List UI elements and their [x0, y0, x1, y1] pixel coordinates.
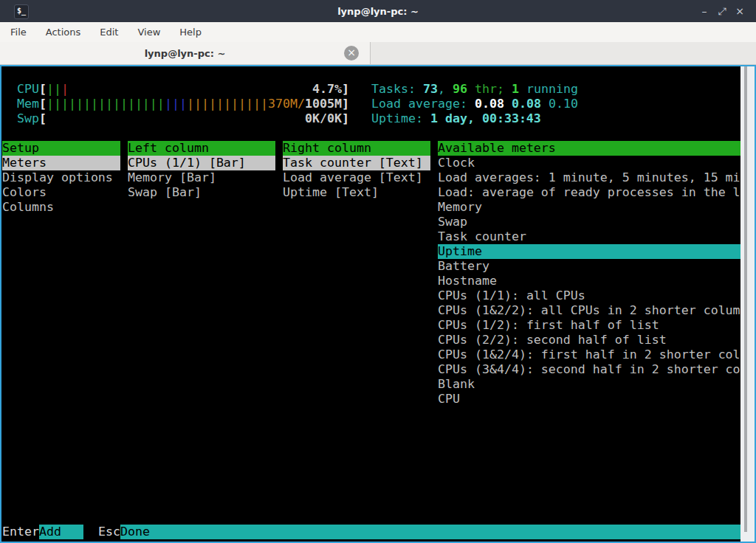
- meter-text: running: [519, 82, 578, 97]
- function-action[interactable]: Add: [39, 525, 83, 539]
- swap-value: 0K/0K: [305, 111, 342, 126]
- cpu-bar-green: ||: [47, 82, 61, 97]
- panel-item[interactable]: Swap [Bar]: [128, 185, 202, 200]
- meter-text: ]: [342, 111, 349, 126]
- mem-meter-label: Mem: [17, 97, 39, 111]
- titlebar[interactable]: $_ lynp@lyn-pc: ~ – ⤢ ×: [0, 0, 756, 22]
- scrollbar-thumb[interactable]: [744, 66, 747, 532]
- menu-item-file[interactable]: File: [1, 27, 36, 38]
- panel-item[interactable]: Task counter [Text]: [283, 156, 430, 170]
- terminal-app-icon: $_: [14, 4, 29, 19]
- tab-label: lynp@lyn-pc: ~: [145, 48, 226, 59]
- running-count: 1: [512, 82, 519, 97]
- tasks-label: Tasks:: [371, 82, 423, 97]
- terminal-tab[interactable]: lynp@lyn-pc: ~ ×: [0, 42, 371, 64]
- window-controls: – ⤢ ×: [695, 0, 749, 22]
- panel-item[interactable]: Meters: [2, 156, 120, 170]
- panel-item[interactable]: CPUs (1/2): first half of list: [438, 318, 659, 333]
- panel-item[interactable]: CPUs (1/1): all CPUs: [438, 288, 585, 303]
- mem-bar-cache: |||||||||||: [187, 97, 268, 111]
- cpu-meter-label: CPU: [17, 82, 39, 97]
- panel-item[interactable]: Memory [Bar]: [128, 170, 216, 185]
- panel-item[interactable]: CPUs (2/2): second half of list: [438, 333, 667, 347]
- panel-item[interactable]: Load average [Text]: [283, 170, 423, 185]
- panel-item[interactable]: CPUs (1&2/4): first half in 2 shorter co…: [438, 347, 740, 362]
- meter-text: [: [39, 111, 47, 126]
- panel-item[interactable]: Display options: [2, 170, 113, 185]
- panel-item[interactable]: Columns: [2, 200, 54, 215]
- mem-used-value: 370M/: [268, 97, 305, 111]
- cpu-bar-red: |: [61, 82, 69, 97]
- swap-meter-label: Swp: [17, 111, 39, 126]
- panel-item[interactable]: Memory: [438, 200, 482, 215]
- menu-item-edit[interactable]: Edit: [90, 27, 128, 38]
- meter-text: ,: [438, 82, 453, 97]
- function-action[interactable]: Done: [120, 525, 740, 539]
- panel-item[interactable]: CPUs (1&2/2): all CPUs in 2 shorter colu…: [438, 303, 740, 318]
- window-title: lynp@lyn-pc: ~: [0, 6, 756, 17]
- menu-item-view[interactable]: View: [128, 27, 170, 38]
- panel-item[interactable]: Task counter: [438, 229, 526, 244]
- tab-close-icon[interactable]: ×: [344, 46, 359, 60]
- menubar: File Actions Edit View Help: [0, 22, 756, 42]
- load-15min: 0.10: [549, 97, 578, 111]
- menu-item-actions[interactable]: Actions: [36, 27, 91, 38]
- panel-item[interactable]: CPUs (1/1) [Bar]: [128, 156, 275, 170]
- panel-item-focused[interactable]: Uptime: [438, 244, 740, 259]
- uptime-label: Uptime:: [371, 111, 430, 126]
- meter-text: ]: [342, 82, 349, 97]
- panel-item[interactable]: Clock: [438, 156, 475, 170]
- menu-item-help[interactable]: Help: [170, 27, 211, 38]
- minimize-icon[interactable]: –: [695, 5, 713, 17]
- htop-setup-screen[interactable]: CPU[|||4.7%]Tasks: 73, 96 thr; 1 running…: [1, 66, 740, 542]
- load-5min: 0.08: [512, 97, 541, 111]
- terminal-area[interactable]: CPU[|||4.7%]Tasks: 73, 96 thr; 1 running…: [0, 65, 756, 543]
- tabbar: lynp@lyn-pc: ~ ×: [0, 42, 756, 65]
- panel-item[interactable]: Load averages: 1 minute, 5 minutes, 15 m…: [438, 170, 740, 185]
- panel-item[interactable]: CPU: [438, 392, 460, 407]
- mem-bar-buffers: |||: [165, 97, 187, 111]
- close-icon[interactable]: ×: [731, 5, 749, 17]
- panel-item[interactable]: Swap: [438, 215, 467, 229]
- threads-count: 96: [453, 82, 467, 97]
- panel-header: Left column: [128, 141, 275, 156]
- panel-header: Right column: [283, 141, 430, 156]
- panel-item[interactable]: Hostname: [438, 274, 497, 288]
- meter-text: ]: [342, 97, 349, 111]
- meter-text: [: [39, 97, 47, 111]
- panel-item[interactable]: Colors: [2, 185, 47, 200]
- panel-item[interactable]: Uptime [Text]: [283, 185, 379, 200]
- function-key[interactable]: Enter: [2, 525, 39, 539]
- cpu-meter-value: 4.7%: [312, 82, 342, 97]
- tasks-count: 73: [423, 82, 438, 97]
- uptime-value: 1 day, 00:33:43: [430, 111, 541, 126]
- meter-text: thr;: [467, 82, 512, 97]
- panel-item[interactable]: CPUs (3&4/4): second half in 2 shorter c…: [438, 362, 740, 377]
- panel-item[interactable]: Blank: [438, 377, 475, 392]
- mem-bar-used: ||||||||||||||||: [47, 97, 165, 111]
- load-1min: 0.08: [475, 97, 504, 111]
- function-key[interactable]: Esc: [98, 525, 120, 539]
- load-average-label: Load average:: [371, 97, 475, 111]
- terminal-scrollbar[interactable]: [740, 66, 755, 542]
- terminal-window: $_ lynp@lyn-pc: ~ – ⤢ × File Actions Edi…: [0, 0, 756, 543]
- panel-header: Setup: [2, 141, 120, 156]
- mem-total-value: 1005M: [305, 97, 342, 111]
- panel-item[interactable]: Load: average of ready processes in the …: [438, 185, 740, 200]
- panel-item[interactable]: Battery: [438, 259, 489, 274]
- maximize-icon[interactable]: ⤢: [713, 5, 731, 18]
- panel-header: Available meters: [438, 141, 740, 156]
- meter-text: [: [39, 82, 47, 97]
